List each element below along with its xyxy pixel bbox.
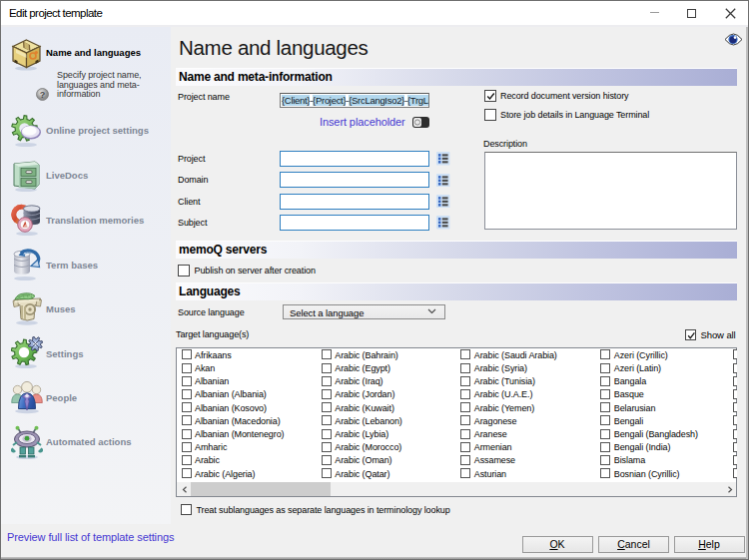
svg-text:?: ? [40, 90, 46, 100]
